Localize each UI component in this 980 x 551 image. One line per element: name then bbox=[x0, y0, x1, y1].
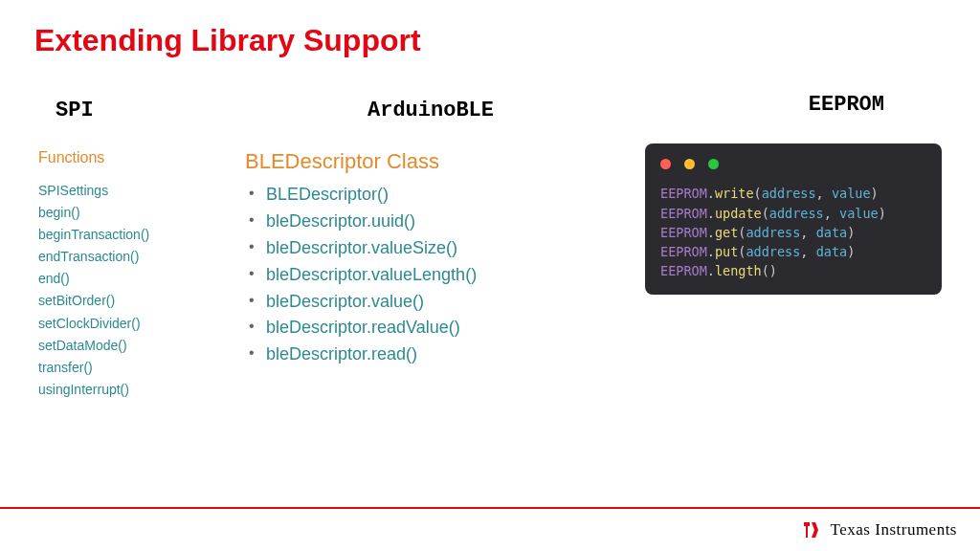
minimize-icon bbox=[684, 159, 695, 169]
list-item: BLEDescriptor() bbox=[266, 182, 622, 209]
slide-title: Extending Library Support bbox=[0, 0, 980, 58]
terminal-body: EEPROM.write(address, value)EEPROM.updat… bbox=[660, 184, 926, 280]
list-item: bleDescriptor.readValue() bbox=[266, 315, 622, 342]
list-item: bleDescriptor.value() bbox=[266, 289, 622, 316]
list-item: SPISettings bbox=[38, 180, 230, 202]
column-eeprom: EEPROM EEPROM.write(address, value)EEPRO… bbox=[632, 99, 942, 401]
list-item: setClockDivider() bbox=[38, 313, 230, 335]
list-item: bleDescriptor.uuid() bbox=[266, 209, 622, 235]
list-item: setDataMode() bbox=[38, 335, 230, 357]
eeprom-code-terminal: EEPROM.write(address, value)EEPROM.updat… bbox=[645, 143, 942, 295]
column-spi: SPI Functions SPISettings begin() beginT… bbox=[38, 99, 230, 401]
spi-functions-label: Functions bbox=[38, 149, 230, 166]
ti-logo-icon bbox=[800, 518, 823, 541]
ble-method-list: BLEDescriptor() bleDescriptor.uuid() ble… bbox=[239, 182, 622, 368]
code-line: EEPROM.update(address, value) bbox=[660, 204, 926, 223]
column-arduinoble: ArduinoBLE BLEDescriptor Class BLEDescri… bbox=[239, 99, 622, 401]
footer: Texas Instruments bbox=[800, 518, 957, 541]
code-line: EEPROM.get(address, data) bbox=[660, 223, 926, 242]
code-line: EEPROM.put(address, data) bbox=[660, 242, 926, 261]
list-item: begin() bbox=[38, 202, 230, 224]
content-columns: SPI Functions SPISettings begin() beginT… bbox=[0, 99, 980, 401]
spi-header: SPI bbox=[38, 99, 230, 122]
list-item: end() bbox=[38, 268, 230, 290]
spi-function-list: SPISettings begin() beginTransaction() e… bbox=[38, 180, 230, 401]
list-item: bleDescriptor.read() bbox=[266, 342, 622, 368]
list-item: setBitOrder() bbox=[38, 290, 230, 312]
code-line: EEPROM.write(address, value) bbox=[660, 184, 926, 203]
maximize-icon bbox=[708, 159, 719, 169]
list-item: usingInterrupt() bbox=[38, 379, 230, 401]
close-icon bbox=[660, 159, 671, 169]
list-item: transfer() bbox=[38, 357, 230, 379]
ble-header: ArduinoBLE bbox=[239, 99, 622, 122]
list-item: bleDescriptor.valueLength() bbox=[266, 262, 622, 289]
footer-divider bbox=[0, 507, 980, 509]
list-item: beginTransaction() bbox=[38, 224, 230, 246]
footer-brand: Texas Instruments bbox=[831, 520, 957, 540]
terminal-window-controls bbox=[660, 155, 926, 174]
code-line: EEPROM.length() bbox=[660, 261, 926, 280]
list-item: bleDescriptor.valueSize() bbox=[266, 235, 622, 262]
eeprom-header: EEPROM bbox=[632, 93, 942, 117]
list-item: endTransaction() bbox=[38, 246, 230, 268]
ble-class-title: BLEDescriptor Class bbox=[245, 149, 622, 174]
